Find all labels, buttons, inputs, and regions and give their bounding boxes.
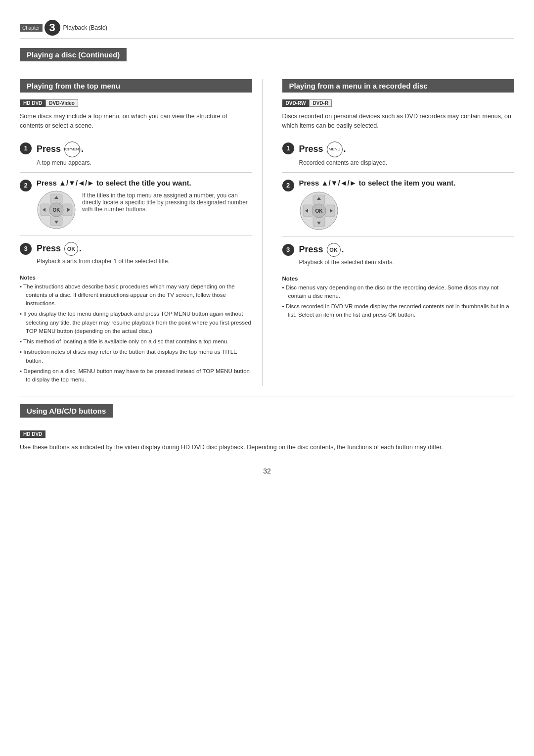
- left-badge-1: HD DVD: [20, 99, 45, 107]
- right-step-1: 1 Press MENU . Recorded contents are dis…: [282, 136, 515, 173]
- right-note-2: Discs recorded in DVD VR mode display th…: [282, 302, 515, 320]
- dpad-image-right: OK: [299, 191, 515, 231]
- left-step-3-main: Press OK.: [37, 242, 252, 256]
- right-step-2: 2 Press ▲/▼/◄/► to select the item you w…: [282, 173, 515, 237]
- right-step-number-2: 2: [282, 180, 294, 191]
- left-note-2: If you display the top menu during playb…: [20, 310, 252, 335]
- svg-text:OK: OK: [315, 208, 323, 214]
- right-step-number-1: 1: [282, 142, 294, 154]
- left-note-4: Instruction notes of discs may refer to …: [20, 348, 252, 365]
- left-step-content-2: Press ▲/▼/◄/► to select the title you wa…: [37, 179, 252, 230]
- right-column: Playing from a menu in a recorded disc D…: [277, 79, 515, 386]
- chapter-title: Playback (Basic): [63, 24, 107, 31]
- right-section-title: Playing from a menu in a recorded disc: [282, 79, 515, 93]
- right-note-1: Disc menus vary depending on the disc or…: [282, 284, 515, 301]
- left-step-content-1: Press TOPMENU . A top menu appears.: [37, 142, 252, 166]
- bottom-badge-1: HD DVD: [20, 430, 45, 438]
- right-badge-2: DVD-R: [309, 99, 332, 107]
- svg-text:OK: OK: [53, 207, 61, 213]
- section-divider: [20, 396, 514, 396]
- left-step-2-detail: OK If the titles in the top menu are ass…: [37, 190, 252, 230]
- right-step-1-sub: Recorded contents are displayed.: [299, 159, 515, 166]
- chapter-number: 3: [44, 20, 60, 36]
- left-step-content-3: Press OK. Playback starts from chapter 1…: [37, 242, 252, 265]
- left-description: Some discs may include a top menu, on wh…: [20, 112, 252, 131]
- right-step-3-sub: Playback of the selected item starts.: [299, 259, 515, 266]
- left-notes-title: Notes: [20, 275, 252, 281]
- left-step-3-sub: Playback starts from chapter 1 of the se…: [37, 258, 252, 265]
- left-step-2: 2 Press ▲/▼/◄/► to select the title you …: [20, 173, 252, 236]
- right-description: Discs recorded on personal devices such …: [282, 112, 515, 131]
- right-notes: Notes Disc menus vary depending on the d…: [282, 276, 515, 320]
- menu-button: MENU: [327, 142, 343, 157]
- continuing-banner: Playing a disc (Continued): [20, 48, 127, 61]
- right-step-2-main: Press ▲/▼/◄/► to select the item you wan…: [299, 179, 515, 187]
- right-step-3: 3 Press OK. Playback of the selected ite…: [282, 237, 515, 272]
- dpad-image-left: OK: [37, 190, 76, 230]
- page-number: 32: [20, 467, 514, 475]
- right-step-number-3: 3: [282, 244, 294, 256]
- right-disc-badges: DVD-RW DVD-R: [282, 99, 515, 107]
- left-note-5: Depending on a disc, MENU button may hav…: [20, 367, 252, 384]
- ok-button-right: OK: [327, 243, 341, 257]
- left-step-1-sub: A top menu appears.: [37, 159, 252, 166]
- left-note-3: This method of locating a title is avail…: [20, 337, 252, 346]
- left-step-1: 1 Press TOPMENU . A top menu appears.: [20, 136, 252, 173]
- left-section-title: Playing from the top menu: [20, 79, 252, 93]
- left-step-2-main: Press ▲/▼/◄/► to select the title you wa…: [37, 179, 252, 187]
- left-step-3: 3 Press OK. Playback starts from chapter…: [20, 236, 252, 271]
- left-badge-2: DVD-Video: [45, 99, 78, 107]
- right-step-1-main: Press MENU .: [299, 142, 515, 157]
- topmenu-button: TOPMENU: [64, 142, 80, 157]
- right-notes-title: Notes: [282, 276, 515, 282]
- right-step-content-1: Press MENU . Recorded contents are displ…: [299, 142, 515, 166]
- bottom-section: Using A/B/C/D buttons HD DVD Use these b…: [20, 404, 514, 452]
- left-notes-list: The instructions above describe basic pr…: [20, 283, 252, 384]
- left-step-number-2: 2: [20, 180, 32, 191]
- ok-button-left: OK: [64, 242, 78, 256]
- left-notes: Notes The instructions above describe ba…: [20, 275, 252, 384]
- bottom-disc-badges: HD DVD: [20, 430, 514, 438]
- left-steps: 1 Press TOPMENU . A top menu appears. 2: [20, 136, 252, 271]
- left-note-1: The instructions above describe basic pr…: [20, 283, 252, 308]
- bottom-section-title: Using A/B/C/D buttons: [20, 404, 113, 418]
- chapter-label: Chapter: [20, 24, 43, 32]
- left-step-1-main: Press TOPMENU .: [37, 142, 252, 157]
- right-badge-1: DVD-RW: [282, 99, 310, 107]
- left-step-number-3: 3: [20, 243, 32, 255]
- left-column: Playing from the top menu HD DVD DVD-Vid…: [20, 79, 263, 386]
- left-step-2-image-text: If the titles in the top menu are assign…: [82, 192, 252, 213]
- chapter-header: Chapter 3 Playback (Basic): [20, 20, 514, 39]
- left-step-number-1: 1: [20, 142, 32, 154]
- right-notes-list: Disc menus vary depending on the disc or…: [282, 284, 515, 320]
- bottom-description: Use these buttons as indicated by the vi…: [20, 443, 514, 452]
- right-step-3-main: Press OK.: [299, 243, 515, 257]
- left-disc-badges: HD DVD DVD-Video: [20, 99, 252, 107]
- right-step-content-3: Press OK. Playback of the selected item …: [299, 243, 515, 266]
- right-step-content-2: Press ▲/▼/◄/► to select the item you wan…: [299, 179, 515, 231]
- main-content: Playing from the top menu HD DVD DVD-Vid…: [20, 79, 514, 386]
- right-steps: 1 Press MENU . Recorded contents are dis…: [282, 136, 515, 272]
